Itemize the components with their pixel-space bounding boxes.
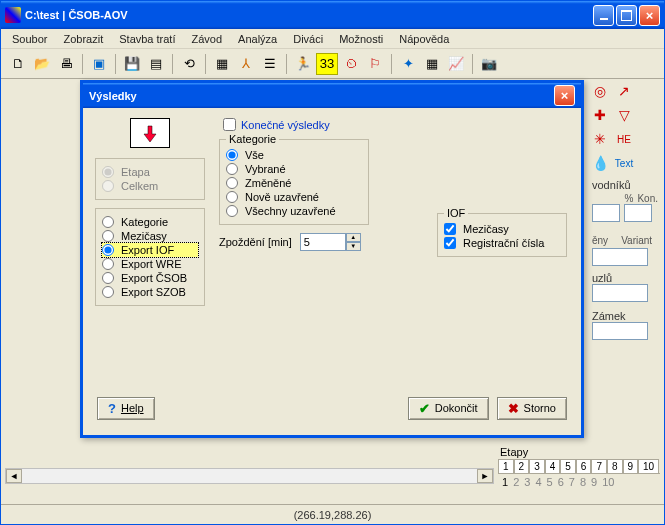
zpozdeni-input[interactable] xyxy=(300,233,346,251)
iof-reg-check[interactable]: Registrační čísla xyxy=(444,236,560,250)
field-pct[interactable] xyxy=(592,204,620,222)
menu-napoveda[interactable]: Nápověda xyxy=(392,31,456,47)
titlebar: C:\test | ČSOB-AOV × xyxy=(1,1,664,29)
minimize-button[interactable] xyxy=(593,5,614,26)
etapy-caption: Etapy xyxy=(498,445,660,459)
label-zamek: Zámek xyxy=(592,310,658,322)
triangle-icon[interactable]: ▽ xyxy=(616,107,632,123)
zpozdeni-label: Zpoždění [min] xyxy=(219,236,292,248)
cancel-button[interactable]: ✖Storno xyxy=(497,397,567,420)
kategorie-group-label: Kategorie xyxy=(226,133,279,145)
x-icon: ✖ xyxy=(508,401,519,416)
kategorie-group: Kategorie Vše Vybrané Změněné Nově uzavř… xyxy=(219,139,369,225)
tb-table-icon[interactable]: ▦ xyxy=(421,53,443,75)
etapy-tab[interactable]: 6 xyxy=(576,459,592,473)
tb-flag-icon[interactable]: ⚐ xyxy=(364,53,386,75)
label-variant: Variant xyxy=(621,235,652,246)
etapy-tab[interactable]: 8 xyxy=(607,459,623,473)
etapy-tab[interactable]: 2 xyxy=(514,459,530,473)
menu-zobrazit[interactable]: Zobrazit xyxy=(56,31,110,47)
menu-stavba[interactable]: Stavba tratí xyxy=(112,31,182,47)
button-label: Help xyxy=(121,402,144,414)
tb-num-icon[interactable]: 33 xyxy=(316,53,338,75)
tb-screen-icon[interactable]: ▣ xyxy=(88,53,110,75)
label-pct: % xyxy=(592,193,633,204)
kat-vybrane[interactable]: Vybrané xyxy=(226,162,362,176)
tb-list-icon[interactable]: ☰ xyxy=(259,53,281,75)
menu-soubor[interactable]: Soubor xyxy=(5,31,54,47)
spin-up-icon[interactable]: ▲ xyxy=(346,233,361,242)
radio-label: Nově uzavřené xyxy=(245,191,319,203)
help-button[interactable]: ?Help xyxy=(97,397,155,420)
radio-label: Mezičasy xyxy=(121,230,167,242)
etapy-num: 1 xyxy=(502,476,508,488)
etapy-tab[interactable]: 9 xyxy=(623,459,639,473)
dialog-close-button[interactable]: × xyxy=(554,85,575,106)
tb-save-icon[interactable]: 💾 xyxy=(121,53,143,75)
scroll-left-icon[interactable]: ◄ xyxy=(6,469,22,483)
tb-clock-icon[interactable]: ⏲ xyxy=(340,53,362,75)
etapy-tab[interactable]: 1 xyxy=(498,459,514,473)
kat-vsechny[interactable]: Všechny uzavřené xyxy=(226,204,362,218)
etapy-tab[interactable]: 3 xyxy=(529,459,545,473)
tb-link-icon[interactable]: ⟲ xyxy=(178,53,200,75)
field-zamek[interactable] xyxy=(592,322,648,340)
etapy-tab[interactable]: 5 xyxy=(560,459,576,473)
star-icon[interactable]: ✳ xyxy=(592,131,608,147)
tb-run-icon[interactable]: 🏃 xyxy=(292,53,314,75)
dialog-buttons: ?Help ✔Dokončit ✖Storno xyxy=(83,391,581,435)
he-icon[interactable]: HE xyxy=(616,131,632,147)
tb-print-icon[interactable]: 🖶 xyxy=(55,53,77,75)
radio-mezicasy[interactable]: Mezičasy xyxy=(102,229,198,243)
field-variant[interactable] xyxy=(592,248,648,266)
spin-down-icon[interactable]: ▼ xyxy=(346,242,361,251)
maximize-button[interactable] xyxy=(616,5,637,26)
label-kon: Kon. xyxy=(637,193,658,204)
menu-divaci[interactable]: Diváci xyxy=(286,31,330,47)
tb-camera-icon[interactable]: 📷 xyxy=(478,53,500,75)
radio-export-wre[interactable]: Export WRE xyxy=(102,257,198,271)
menu-analyza[interactable]: Analýza xyxy=(231,31,284,47)
konecne-input[interactable] xyxy=(223,118,236,131)
etapy-num: 7 xyxy=(569,476,575,488)
close-button[interactable]: × xyxy=(639,5,660,26)
check-label: Mezičasy xyxy=(463,223,509,235)
tb-doc-icon[interactable]: ▤ xyxy=(145,53,167,75)
radio-export-csob[interactable]: Export ČSOB xyxy=(102,271,198,285)
kat-vse[interactable]: Vše xyxy=(226,148,362,162)
radio-export-iof[interactable]: Export IOF xyxy=(102,243,198,257)
kat-zmenene[interactable]: Změněné xyxy=(226,176,362,190)
zpozdeni-spinner[interactable]: ▲ ▼ xyxy=(300,233,361,251)
tb-tree-icon[interactable]: ⅄ xyxy=(235,53,257,75)
scroll-right-icon[interactable]: ► xyxy=(477,469,493,483)
radio-export-szob[interactable]: Export SZOB xyxy=(102,285,198,299)
tb-chart-icon[interactable]: 📈 xyxy=(445,53,467,75)
check-icon: ✔ xyxy=(419,401,430,416)
tb-sparkle-icon[interactable]: ✦ xyxy=(397,53,419,75)
text-icon[interactable]: Text xyxy=(616,155,632,171)
field-uzlu[interactable] xyxy=(592,284,648,302)
line-icon[interactable]: ↗ xyxy=(616,83,632,99)
etapy-tab[interactable]: 4 xyxy=(545,459,561,473)
etapy-tab[interactable]: 10 xyxy=(638,459,659,473)
ok-button[interactable]: ✔Dokončit xyxy=(408,397,489,420)
field-kon[interactable] xyxy=(624,204,652,222)
kat-nove[interactable]: Nově uzavřené xyxy=(226,190,362,204)
app-icon xyxy=(5,7,21,23)
menu-zavod[interactable]: Závod xyxy=(185,31,230,47)
etapy-tab[interactable]: 7 xyxy=(591,459,607,473)
plus-icon[interactable]: ✚ xyxy=(592,107,608,123)
tb-grid-icon[interactable]: ▦ xyxy=(211,53,233,75)
tb-open-icon[interactable]: 📂 xyxy=(31,53,53,75)
iof-mezicasy-check[interactable]: Mezičasy xyxy=(444,222,560,236)
tb-new-icon[interactable]: 🗋 xyxy=(7,53,29,75)
radio-label: Vybrané xyxy=(245,163,286,175)
radio-kategorie[interactable]: Kategorie xyxy=(102,215,198,229)
radio-label: Vše xyxy=(245,149,264,161)
menu-moznosti[interactable]: Možnosti xyxy=(332,31,390,47)
circle-icon[interactable]: ◎ xyxy=(592,83,608,99)
horizontal-scrollbar[interactable]: ◄ ► xyxy=(5,468,494,484)
konecne-checkbox[interactable]: Konečné výsledky xyxy=(223,118,569,131)
water-icon[interactable]: 💧 xyxy=(592,155,608,171)
statusbar: (266.19,288.26) xyxy=(1,504,664,524)
